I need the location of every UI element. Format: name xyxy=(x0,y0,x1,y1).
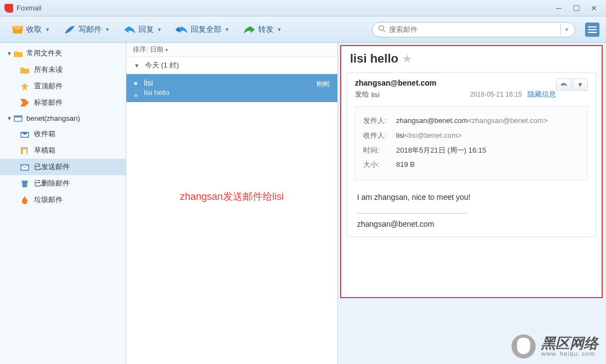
inbox-icon xyxy=(20,130,30,138)
signature: zhangsan@benet.com xyxy=(357,218,586,231)
sidebar-item-tagged[interactable]: 标签邮件 xyxy=(0,94,126,111)
caret-down-icon: ▼ xyxy=(134,63,140,69)
receive-button[interactable]: 收取 ▼ xyxy=(7,22,54,37)
search-input[interactable] xyxy=(389,25,560,33)
sidebar-item-sent[interactable]: 已发送邮件 xyxy=(0,159,126,175)
date-group-label: 今天 (1 封) xyxy=(145,61,179,69)
search-dropdown[interactable]: ▾ xyxy=(560,24,572,36)
svg-line-1 xyxy=(383,30,385,32)
toolbar: 收取 ▼ 写邮件 ▼ 回复 ▼ 回复全部 ▼ 转发 ▼ ▾ xyxy=(0,16,606,43)
receive-label: 收取 xyxy=(26,25,42,35)
star-icon[interactable]: ★ xyxy=(403,53,412,65)
tag-icon xyxy=(20,98,30,107)
reply-icon xyxy=(123,24,136,35)
sidebar: ▼ 常用文件夹 所有未读 置顶邮件 标签邮件 ▼ xyxy=(0,43,126,364)
reading-from: zhangsan@benet.com xyxy=(355,79,556,87)
annotation-text: zhangsan发送邮件给lisi xyxy=(126,190,337,203)
time-value: 2018年5月21日 (周一) 16:15 xyxy=(396,145,580,156)
reading-date: 2018-05-21 16:15 xyxy=(470,91,522,98)
sidebar-item-label: 标签邮件 xyxy=(34,98,63,108)
sidebar-item-spam[interactable]: 垃圾邮件 xyxy=(0,192,126,208)
svg-rect-2 xyxy=(588,26,597,27)
maximize-button[interactable]: ☐ xyxy=(569,3,584,14)
reading-pane: lisi hello ★ zhangsan@benet.com 发给 lisi … xyxy=(340,45,603,298)
sidebar-item-label: 置顶邮件 xyxy=(34,81,63,91)
sidebar-item-label: 已删除邮件 xyxy=(34,178,70,188)
window-title: Foxmail xyxy=(16,4,551,12)
search-icon xyxy=(378,25,386,35)
reply-button[interactable]: 回复 ▼ xyxy=(119,22,166,37)
watermark-text: 黑区网络 xyxy=(541,336,598,350)
folder-icon xyxy=(20,65,30,74)
star-icon[interactable]: ★ xyxy=(133,92,139,99)
chevron-down-icon: ▼ xyxy=(277,27,282,32)
size-value: 819 B xyxy=(396,159,580,171)
recipient-email: <lisi@benet.com> xyxy=(404,131,462,139)
reading-subject: lisi hello xyxy=(350,52,398,66)
close-button[interactable]: ✕ xyxy=(586,3,602,14)
message-list: 排序: 日期 ▾ ▼ 今天 (1 封) ★ lisi lisi hello 刚刚… xyxy=(126,43,338,364)
forward-button[interactable]: 转发 ▼ xyxy=(238,22,286,37)
sidebar-item-label: 草稿箱 xyxy=(34,145,55,155)
folder-icon xyxy=(13,49,23,57)
spam-icon xyxy=(20,195,30,204)
account-label: benet(zhangsan) xyxy=(26,114,80,122)
message-sender: lisi xyxy=(144,79,330,87)
size-label: 大小: xyxy=(363,159,396,171)
caret-down-icon: ▼ xyxy=(7,115,13,121)
chevron-down-icon: ▼ xyxy=(225,27,230,32)
compose-label: 写邮件 xyxy=(79,25,102,35)
minimize-button[interactable]: ─ xyxy=(551,3,566,14)
date-group-header[interactable]: ▼ 今天 (1 封) xyxy=(126,57,337,74)
sidebar-item-label: 所有未读 xyxy=(34,65,63,75)
app-logo-icon xyxy=(4,4,13,13)
chevron-down-icon: ▾ xyxy=(165,47,168,53)
svg-rect-3 xyxy=(588,29,597,30)
time-label: 时间: xyxy=(363,145,396,156)
detail-box: 发件人: zhangsan@benet.com<zhangsan@benet.c… xyxy=(355,106,588,180)
reply-all-label: 回复全部 xyxy=(191,25,221,35)
svg-rect-6 xyxy=(14,116,22,117)
search-box[interactable]: ▾ xyxy=(372,22,575,37)
sidebar-item-label: 收件箱 xyxy=(34,129,55,139)
star-icon xyxy=(20,82,30,91)
watermark-icon xyxy=(512,334,536,359)
svg-rect-11 xyxy=(21,181,28,182)
sent-icon xyxy=(20,163,30,171)
more-actions-button[interactable]: ▼ xyxy=(572,79,588,91)
compose-button[interactable]: 写邮件 ▼ xyxy=(59,22,114,37)
sidebar-item-unread[interactable]: 所有未读 xyxy=(0,61,126,78)
svg-rect-4 xyxy=(588,32,597,33)
to-name: lisi xyxy=(371,91,380,99)
common-folders-header[interactable]: ▼ 常用文件夹 xyxy=(0,45,126,61)
sidebar-item-drafts[interactable]: 草稿箱 xyxy=(0,142,126,159)
sidebar-item-pinned[interactable]: 置顶邮件 xyxy=(0,78,126,94)
recipient-name: lisi xyxy=(396,131,404,139)
chevron-down-icon: ▼ xyxy=(105,27,110,32)
chevron-down-icon: ▼ xyxy=(45,27,50,32)
sender-name: zhangsan@benet.com xyxy=(396,116,468,125)
reply-quick-button[interactable] xyxy=(556,79,571,91)
sidebar-item-inbox[interactable]: 收件箱 xyxy=(0,126,126,142)
sender-email: <zhangsan@benet.com> xyxy=(468,116,547,125)
inbox-icon xyxy=(11,24,24,35)
sort-label: 排序: 日期 xyxy=(133,45,163,54)
account-header[interactable]: ▼ benet(zhangsan) xyxy=(0,111,126,126)
sort-bar[interactable]: 排序: 日期 ▾ xyxy=(126,43,337,57)
reply-all-button[interactable]: 回复全部 ▼ xyxy=(171,22,234,37)
titlebar: Foxmail ─ ☐ ✕ xyxy=(0,0,606,16)
common-folders-label: 常用文件夹 xyxy=(26,48,62,58)
hide-info-link[interactable]: 隐藏信息 xyxy=(527,89,556,99)
recipient-label: 收件人: xyxy=(363,130,396,142)
message-item[interactable]: ★ lisi lisi hello 刚刚 xyxy=(126,74,337,102)
menu-button[interactable] xyxy=(585,23,599,37)
sidebar-item-trash[interactable]: 已删除邮件 xyxy=(0,175,126,192)
watermark: 黑区网络 www. heiqu. com xyxy=(512,334,598,359)
reply-all-icon xyxy=(175,24,188,35)
draft-icon xyxy=(20,146,30,155)
svg-point-0 xyxy=(379,25,384,30)
trash-icon xyxy=(20,179,30,188)
message-subject: lisi hello xyxy=(144,88,330,97)
forward-icon xyxy=(243,24,256,35)
message-time: 刚刚 xyxy=(316,80,330,89)
